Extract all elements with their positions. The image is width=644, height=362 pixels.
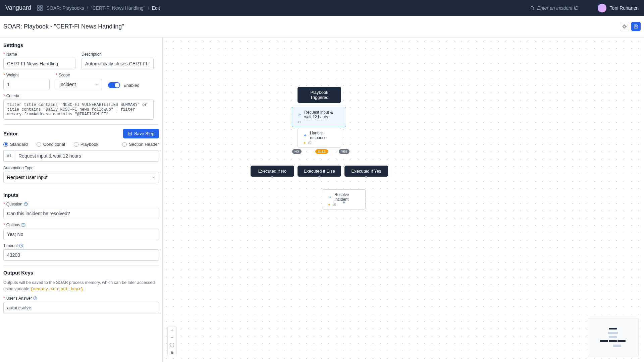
flow-edges	[163, 38, 263, 88]
name-label: *Name	[3, 52, 75, 57]
svg-point-5	[624, 26, 626, 27]
radio-conditional[interactable]: Conditional	[37, 142, 65, 147]
question-label: *Question	[3, 202, 159, 206]
breadcrumb-leaf: Edit	[152, 5, 160, 11]
brand[interactable]: Vanguard	[5, 4, 31, 11]
radio-standard[interactable]: Standard	[3, 142, 28, 147]
breadcrumb-item[interactable]: "CERT-FI News Handling"	[91, 5, 145, 11]
zoom-in-button[interactable]	[168, 326, 176, 334]
bug-icon	[622, 24, 627, 29]
fit-view-button[interactable]	[168, 341, 176, 349]
lock-icon	[170, 351, 174, 354]
svg-rect-15	[304, 134, 306, 136]
node-step-2[interactable]: Handle response #2	[298, 128, 341, 148]
automation-type-select[interactable]: Request User Input	[3, 172, 159, 183]
criteria-label: *Criteria	[3, 94, 159, 98]
chevrons-right-icon	[298, 113, 302, 117]
app-header: Vanguard SOAR: Playbooks / "CERT-FI News…	[0, 0, 644, 16]
zoom-out-button[interactable]	[168, 334, 176, 341]
node-step-6[interactable]: Resolve Incident #6	[322, 189, 366, 209]
weight-label: *Weight	[3, 73, 50, 77]
chevrons-right-icon	[328, 195, 332, 199]
lightning-icon	[303, 141, 306, 144]
lock-button[interactable]	[168, 349, 176, 356]
save-playbook-button[interactable]	[631, 22, 641, 31]
breadcrumb-sep: /	[87, 5, 88, 11]
minus-icon	[170, 336, 174, 340]
page-title: SOAR: Playbook - "CERT-FI News Handling"	[3, 23, 124, 30]
node-step-1[interactable]: Request input & wait 12 hours #1	[292, 107, 346, 127]
plus-icon	[170, 328, 174, 332]
user-menu[interactable]: Toni Ruhanen	[598, 4, 639, 12]
enabled-toggle[interactable]	[108, 82, 120, 88]
node-port	[365, 176, 367, 178]
search-input[interactable]	[537, 5, 591, 11]
help-icon[interactable]	[24, 202, 28, 206]
svg-rect-3	[41, 9, 42, 10]
step-number-badge: #1	[3, 150, 15, 162]
node-exec-yes[interactable]: Executed if Yes	[344, 166, 388, 177]
step-type-radio-group: Standard Conditional Playbook Section He…	[3, 142, 159, 147]
save-icon	[634, 24, 638, 29]
timeout-field[interactable]	[3, 249, 159, 261]
node-trigger[interactable]: Playbook Triggered	[298, 87, 341, 103]
help-icon[interactable]	[33, 296, 37, 300]
settings-panel: Settings *Name Description *Weight *Scop…	[0, 38, 163, 362]
radio-section-header[interactable]: Section Header	[122, 142, 159, 147]
inputs-heading: Inputs	[3, 192, 159, 198]
badge-yes: YES	[339, 149, 350, 154]
description-label: Description	[82, 52, 154, 57]
save-icon	[128, 131, 132, 136]
avatar	[598, 4, 606, 12]
output-desc: Outputs will be saved to the SOAR proces…	[3, 280, 159, 293]
weight-field[interactable]	[3, 79, 50, 90]
answer-label: *User's Answer	[3, 296, 159, 301]
node-port	[318, 176, 320, 178]
badge-no: NO	[292, 149, 302, 154]
minimap[interactable]	[588, 318, 639, 357]
search-icon	[530, 6, 535, 10]
name-field[interactable]	[3, 58, 75, 69]
title-bar: SOAR: Playbook - "CERT-FI News Handling"	[0, 16, 644, 38]
automation-type-label: Automation Type	[3, 166, 159, 170]
node-exec-no[interactable]: Executed if No	[251, 166, 294, 177]
node-exec-else[interactable]: Executed if Else	[298, 166, 341, 177]
incident-search[interactable]	[530, 5, 591, 11]
svg-rect-19	[171, 352, 173, 354]
question-field[interactable]	[3, 208, 159, 219]
node-port	[343, 201, 345, 203]
step-title-field[interactable]	[15, 150, 159, 162]
svg-rect-0	[38, 6, 39, 7]
svg-point-4	[531, 6, 533, 9]
canvas-controls	[167, 326, 177, 356]
timeout-label: Timeout	[3, 243, 159, 248]
user-name: Toni Ruhanen	[610, 5, 639, 11]
answer-field[interactable]	[3, 302, 159, 313]
options-label: *Options	[3, 223, 159, 227]
editor-heading: Editor	[3, 131, 18, 136]
scope-select[interactable]: Incident	[56, 79, 102, 90]
criteria-field[interactable]: filter title contains "NCSC-FI VULNERABI…	[3, 100, 154, 120]
maximize-icon	[170, 343, 174, 347]
node-port	[271, 176, 273, 178]
description-field[interactable]	[82, 58, 154, 69]
enabled-label: Enabled	[123, 83, 140, 88]
flow-canvas[interactable]: NO ELSE YES Playbook Triggered Request i…	[163, 38, 644, 362]
badge-else: ELSE	[315, 149, 328, 154]
output-heading: Output Keys	[3, 270, 159, 276]
svg-rect-1	[41, 6, 42, 7]
lightning-icon	[328, 203, 331, 206]
options-field[interactable]	[3, 229, 159, 240]
apps-grid-icon[interactable]	[37, 5, 43, 11]
breadcrumb-sep: /	[148, 5, 149, 11]
radio-playbook[interactable]: Playbook	[74, 142, 98, 147]
save-step-button[interactable]: Save Step	[123, 129, 159, 138]
help-icon[interactable]	[19, 244, 23, 248]
svg-rect-2	[38, 9, 39, 10]
diamond-icon	[303, 133, 307, 137]
debug-button[interactable]	[620, 22, 629, 31]
help-icon[interactable]	[21, 223, 25, 227]
breadcrumb: SOAR: Playbooks / "CERT-FI News Handling…	[47, 5, 160, 11]
breadcrumb-root[interactable]: SOAR: Playbooks	[47, 5, 84, 11]
scope-label: *Scope	[56, 73, 102, 77]
